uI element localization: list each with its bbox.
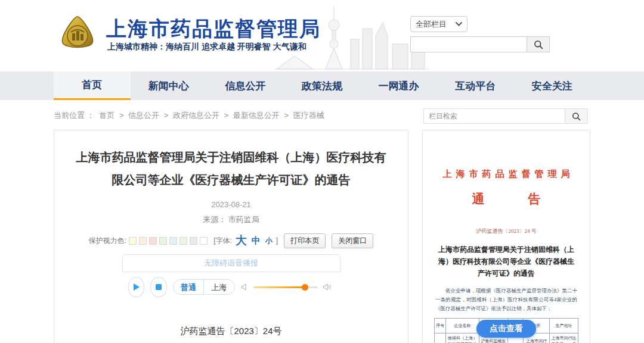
column-search-input[interactable] bbox=[423, 108, 565, 124]
font-size-large[interactable]: 大 bbox=[236, 233, 247, 248]
eye-color-swatch-6[interactable] bbox=[179, 237, 187, 245]
search-icon bbox=[572, 112, 581, 121]
breadcrumb-info-disclosure[interactable]: 信息公开 bbox=[128, 111, 159, 120]
th-index: 序号 bbox=[435, 319, 446, 333]
stop-button[interactable] bbox=[150, 277, 167, 297]
header-search-input[interactable] bbox=[410, 36, 527, 52]
eye-protect-label: 保护视力色: bbox=[89, 236, 126, 246]
article-panel: 上海市药品监督管理局关于注销固维科（上海）医疗科技有限公司等企业《医疗器械生产许… bbox=[54, 130, 408, 343]
accessibility-audio-player: 无障碍语音播报 普通话 上海话 bbox=[122, 254, 340, 300]
breadcrumb: 当前位置 ： 首页 > 信息公开 > 政府信息公开 > 最新信息公开 > 医疗器… bbox=[54, 110, 327, 121]
font-size-label-open: [字体: bbox=[213, 236, 232, 246]
notice-agency-name: 上海市药品监督管理局 bbox=[423, 169, 590, 180]
volume-control bbox=[241, 283, 332, 291]
volume-high-icon bbox=[323, 283, 332, 291]
breadcrumb-separator: > bbox=[164, 111, 169, 120]
eye-color-swatch-5[interactable] bbox=[169, 237, 177, 245]
print-page-button[interactable]: 打印本页 bbox=[284, 233, 326, 248]
agency-name: 上海市药品监督管理局 bbox=[106, 15, 321, 43]
font-size-small[interactable]: 小 bbox=[265, 236, 273, 246]
article-toolbar: 保护视力色: [字体: 大 中 小 ] 打印本页 关闭窗口 bbox=[54, 233, 408, 248]
nav-item-interaction[interactable]: 互动平台 bbox=[437, 71, 514, 100]
article-title: 上海市药品监督管理局关于注销固维科（上海）医疗科技有限公司等企业《医疗器械生产许… bbox=[75, 146, 388, 191]
volume-fill bbox=[253, 286, 305, 288]
breadcrumb-medical-devices[interactable]: 医疗器械 bbox=[293, 111, 324, 120]
th-company: 企业名称 bbox=[446, 319, 479, 333]
close-window-button[interactable]: 关闭窗口 bbox=[332, 233, 373, 248]
breadcrumb-separator: > bbox=[224, 111, 229, 120]
breadcrumb-gov-info[interactable]: 政府信息公开 bbox=[173, 111, 219, 120]
eye-color-swatch-1[interactable] bbox=[129, 237, 137, 245]
volume-slider-thumb[interactable] bbox=[302, 284, 308, 291]
article-date: 2023-08-21 bbox=[54, 200, 408, 209]
notice-paragraph: 依企业申请，现根据《医疗器械生产监督管理办法》第二十一条的规定，对固维科（上海）… bbox=[435, 286, 577, 313]
eye-color-swatch-8[interactable] bbox=[200, 237, 208, 245]
search-icon bbox=[534, 40, 543, 49]
th-production-site: 生产地址 bbox=[549, 319, 578, 333]
notice-doc-number: 沪药监通告〔2023〕24 号 bbox=[423, 227, 590, 235]
column-search-button[interactable] bbox=[565, 108, 588, 124]
language-toggle: 普通话 上海话 bbox=[173, 279, 235, 295]
breadcrumb-home[interactable]: 首页 bbox=[99, 111, 114, 120]
notice-title: 上海市药品监督管理局关于注销固维科（上海）医疗科技有限公司等企业《医疗器械生产许… bbox=[436, 244, 577, 279]
main-navigation: 首页 新闻中心 信息公开 政策法规 一网通办 互动平台 安全关注 bbox=[0, 71, 644, 100]
play-icon bbox=[132, 283, 140, 291]
breadcrumb-separator: > bbox=[119, 111, 124, 120]
volume-slider[interactable] bbox=[253, 286, 318, 288]
agency-logo[interactable] bbox=[57, 14, 98, 56]
nav-item-safety[interactable]: 安全关注 bbox=[513, 71, 590, 100]
language-mandarin[interactable]: 普通话 bbox=[174, 280, 203, 294]
eye-color-swatch-3[interactable] bbox=[149, 237, 157, 245]
breadcrumb-latest-info[interactable]: 最新信息公开 bbox=[233, 111, 280, 120]
breadcrumb-label: 当前位置 ： bbox=[54, 111, 95, 120]
eye-color-swatch-4[interactable] bbox=[159, 237, 167, 245]
td-production-site: 上海市闵行区三鲁路 688 号 2 幢 bbox=[549, 333, 578, 343]
breadcrumb-separator: > bbox=[284, 111, 289, 120]
document-number: 沪药监通告〔2023〕24号 bbox=[54, 326, 408, 337]
font-size-label-close: ] bbox=[276, 236, 278, 245]
font-size-medium[interactable]: 中 bbox=[252, 235, 261, 247]
eye-color-swatch-2[interactable] bbox=[139, 237, 147, 245]
notice-doc-type: 通 告 bbox=[423, 191, 590, 207]
nav-item-policies[interactable]: 政策法规 bbox=[284, 71, 361, 100]
audio-player-title: 无障碍语音播报 bbox=[122, 254, 340, 272]
chevron-down-icon bbox=[456, 22, 462, 26]
eye-color-swatch-7[interactable] bbox=[190, 237, 197, 245]
notice-preview-panel: 上海市药品监督管理局 通 告 沪药监通告〔2023〕24 号 上海市药品监督管理… bbox=[422, 130, 590, 343]
site-header: 上海市药品监督管理局 上海城市精神：海纳百川 追求卓越 开明睿智 大气谦和 全部… bbox=[0, 0, 644, 71]
city-spirit-slogan: 上海城市精神：海纳百川 追求卓越 开明睿智 大气谦和 bbox=[107, 42, 306, 52]
category-dropdown-value: 全部栏目 bbox=[416, 19, 447, 30]
nav-item-home[interactable]: 首页 bbox=[54, 71, 131, 100]
nav-item-info-disclosure[interactable]: 信息公开 bbox=[207, 71, 284, 100]
play-button[interactable] bbox=[128, 277, 145, 297]
stop-icon bbox=[155, 283, 162, 291]
volume-low-icon bbox=[241, 283, 249, 291]
language-shanghainese[interactable]: 上海话 bbox=[203, 280, 234, 294]
category-dropdown[interactable]: 全部栏目 bbox=[410, 16, 467, 32]
nav-item-online-services[interactable]: 一网通办 bbox=[360, 71, 437, 100]
article-source: 来源： 市药监局 bbox=[54, 214, 408, 225]
td-index: 1 bbox=[435, 333, 446, 343]
nav-item-news[interactable]: 新闻中心 bbox=[131, 71, 208, 100]
header-search-button[interactable] bbox=[527, 36, 550, 52]
click-to-view-button[interactable]: 点击查看 bbox=[476, 320, 536, 338]
td-company: 固维科（上海）医疗科技有限公司 bbox=[446, 333, 479, 343]
